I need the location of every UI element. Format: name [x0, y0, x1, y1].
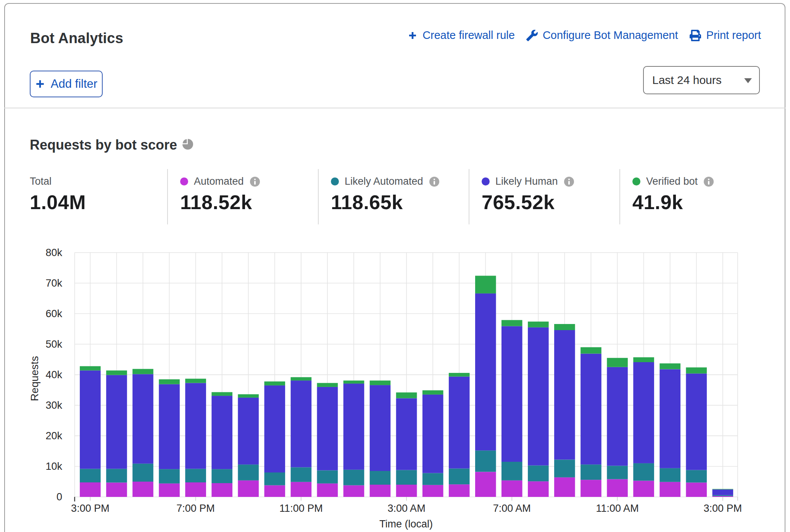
svg-text:60k: 60k: [45, 308, 62, 319]
svg-text:30k: 30k: [45, 400, 62, 411]
svg-text:80k: 80k: [45, 247, 62, 258]
svg-text:7:00 PM: 7:00 PM: [176, 503, 215, 514]
svg-text:20k: 20k: [45, 430, 62, 442]
svg-text:70k: 70k: [45, 277, 62, 289]
svg-text:3:00 PM: 3:00 PM: [704, 503, 742, 514]
svg-text:40k: 40k: [45, 369, 62, 380]
svg-text:10k: 10k: [45, 461, 62, 472]
svg-text:3:00 PM: 3:00 PM: [71, 503, 110, 514]
svg-text:11:00 PM: 11:00 PM: [279, 503, 323, 514]
svg-text:3:00 AM: 3:00 AM: [388, 503, 426, 514]
svg-text:Requests: Requests: [29, 356, 40, 401]
svg-text:Time (local): Time (local): [379, 518, 433, 530]
svg-text:11:00 AM: 11:00 AM: [596, 503, 639, 514]
svg-text:0: 0: [56, 491, 62, 503]
svg-text:7:00 AM: 7:00 AM: [493, 503, 531, 514]
svg-text:50k: 50k: [45, 339, 62, 350]
